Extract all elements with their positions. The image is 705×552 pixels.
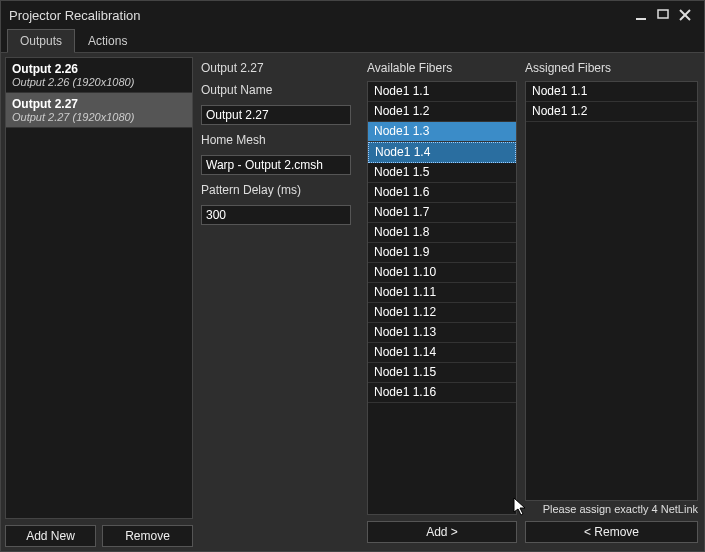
pattern-delay-input[interactable] [201,205,351,225]
window-title: Projector Recalibration [9,8,141,23]
available-fibers-column: Available Fibers Node1 1.1Node1 1.2Node1… [367,61,517,543]
output-name-label: Output Name [201,83,357,97]
tab-outputs[interactable]: Outputs [7,29,75,53]
add-new-button[interactable]: Add New [5,525,96,547]
fiber-list-item[interactable]: Node1 1.8 [368,223,516,243]
home-mesh-label: Home Mesh [201,133,357,147]
add-fiber-button[interactable]: Add > [367,521,517,543]
output-item-resolution: Output 2.26 (1920x1080) [12,76,186,88]
assign-hint: Please assign exactly 4 NetLink [525,503,698,515]
fiber-list-item[interactable]: Node1 1.3 [368,122,516,142]
fiber-list-item[interactable]: Node1 1.2 [526,102,697,122]
output-list-item[interactable]: Output 2.27Output 2.27 (1920x1080) [6,93,192,128]
outputs-list[interactable]: Output 2.26Output 2.26 (1920x1080)Output… [5,57,193,519]
remove-output-button[interactable]: Remove [102,525,193,547]
output-item-resolution: Output 2.27 (1920x1080) [12,111,186,123]
fiber-list-item[interactable]: Node1 1.13 [368,323,516,343]
home-mesh-input[interactable] [201,155,351,175]
assigned-fibers-label: Assigned Fibers [525,61,698,75]
tab-bar: Outputs Actions [1,29,704,53]
fiber-list-item[interactable]: Node1 1.16 [368,383,516,403]
fiber-list-item[interactable]: Node1 1.7 [368,203,516,223]
svg-rect-1 [658,10,668,18]
remove-fiber-button[interactable]: < Remove [525,521,698,543]
output-item-name: Output 2.26 [12,62,186,76]
fiber-list-item[interactable]: Node1 1.5 [368,163,516,183]
available-fibers-list[interactable]: Node1 1.1Node1 1.2Node1 1.3Node1 1.4Node… [367,81,517,515]
assigned-fibers-list[interactable]: Node1 1.1Node1 1.2 [525,81,698,501]
fiber-list-item[interactable]: Node1 1.11 [368,283,516,303]
fiber-list-item[interactable]: Node1 1.1 [368,82,516,102]
output-name-input[interactable] [201,105,351,125]
fiber-list-item[interactable]: Node1 1.1 [526,82,697,102]
fiber-list-item[interactable]: Node1 1.9 [368,243,516,263]
fiber-list-item[interactable]: Node1 1.12 [368,303,516,323]
output-item-name: Output 2.27 [12,97,186,111]
fiber-list-item[interactable]: Node1 1.6 [368,183,516,203]
tab-actions[interactable]: Actions [75,29,140,52]
pattern-delay-label: Pattern Delay (ms) [201,183,357,197]
titlebar: Projector Recalibration [1,1,704,29]
output-heading: Output 2.27 [201,61,357,75]
outputs-panel: Output 2.26Output 2.26 (1920x1080)Output… [5,57,193,547]
fiber-list-item[interactable]: Node1 1.2 [368,102,516,122]
fiber-list-item[interactable]: Node1 1.10 [368,263,516,283]
maximize-icon[interactable] [652,7,674,23]
assigned-fibers-column: Assigned Fibers Node1 1.1Node1 1.2 Pleas… [525,61,698,543]
close-icon[interactable] [674,7,696,23]
fibers-panel: Available Fibers Node1 1.1Node1 1.2Node1… [365,57,700,547]
app-window: Projector Recalibration Outputs Actions … [0,0,705,552]
minimize-icon[interactable] [630,7,652,23]
content-area: Output 2.26Output 2.26 (1920x1080)Output… [1,53,704,551]
fiber-list-item[interactable]: Node1 1.4 [368,142,516,163]
fiber-list-item[interactable]: Node1 1.15 [368,363,516,383]
properties-panel: Output 2.27 Output Name Home Mesh Patter… [199,57,359,547]
output-list-item[interactable]: Output 2.26Output 2.26 (1920x1080) [6,58,192,93]
available-fibers-label: Available Fibers [367,61,517,75]
fiber-list-item[interactable]: Node1 1.14 [368,343,516,363]
